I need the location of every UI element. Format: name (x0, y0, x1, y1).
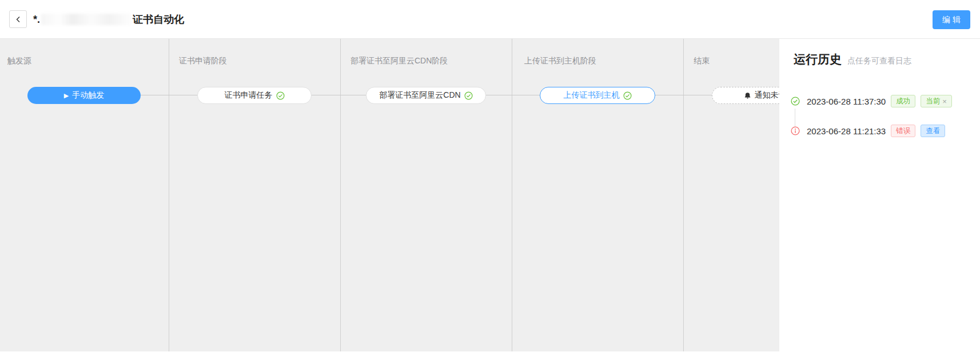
page-header: *. 证书自动化 编 辑 (0, 0, 980, 39)
history-entry: 2023-06-28 11:37:30 成功 当前 × (791, 95, 952, 107)
stage-label-host: 上传证书到主机阶段 (524, 56, 596, 66)
stage-label-end: 结束 (694, 56, 710, 66)
close-icon[interactable]: × (942, 97, 947, 106)
page-title: *. 证书自动化 (33, 12, 184, 27)
success-check-icon (623, 91, 632, 100)
run-history-panel: 运行历史 点任务可查看日志 2023-06-28 11:37:30 成功 当前 … (779, 39, 980, 356)
status-badge-success[interactable]: 成功 (891, 95, 915, 107)
status-badge-label: 错误 (896, 126, 910, 136)
task-node-label: 部署证书至阿里云CDN (379, 90, 460, 101)
current-badge[interactable]: 当前 × (921, 95, 952, 107)
stage-label-trigger: 触发源 (7, 56, 31, 66)
stage-divider (169, 39, 169, 351)
run-timestamp: 2023-06-28 11:37:30 (807, 97, 886, 106)
view-button-label: 查看 (926, 126, 940, 136)
stage-divider (683, 39, 684, 351)
current-badge-label: 当前 (926, 97, 940, 106)
chevron-left-icon (15, 16, 22, 23)
status-badge-error[interactable]: 错误 (891, 125, 915, 137)
stage-divider (512, 39, 512, 351)
panel-title: 运行历史 (794, 51, 842, 67)
bell-icon (744, 92, 751, 99)
view-button[interactable]: 查看 (921, 125, 945, 137)
stage-divider (340, 39, 341, 351)
edit-button[interactable]: 编 辑 (933, 10, 970, 29)
stage-label-cdn: 部署证书至阿里云CDN阶段 (350, 56, 448, 66)
error-circle-icon (791, 126, 800, 135)
back-button[interactable] (9, 10, 27, 28)
status-badge-label: 成功 (896, 97, 910, 106)
panel-header: 运行历史 点任务可查看日志 (794, 51, 911, 67)
history-entry: 2023-06-28 11:21:33 错误 查看 (791, 125, 945, 137)
page-title-suffix: 证书自动化 (133, 13, 184, 26)
certificate-automation-page: *. 证书自动化 编 辑 触发源 证书申请阶段 部署证书至阿里云CDN阶段 上传… (0, 0, 980, 356)
success-check-icon (276, 91, 285, 100)
play-icon: ▶ (64, 93, 69, 99)
page-title-prefix: *. (33, 14, 40, 26)
task-node-manual-trigger[interactable]: ▶ 手动触发 (27, 87, 141, 104)
run-timestamp: 2023-06-28 11:21:33 (807, 126, 886, 136)
task-node-label: 上传证书到主机 (564, 90, 620, 101)
task-node-upload-host[interactable]: 上传证书到主机 (540, 87, 655, 104)
task-node-label: 手动触发 (72, 90, 104, 101)
task-node-label: 证书申请任务 (225, 90, 273, 101)
redacted-domain (41, 14, 132, 25)
success-check-icon (464, 91, 473, 100)
panel-hint: 点任务可查看日志 (847, 56, 911, 66)
task-node-deploy-cdn[interactable]: 部署证书至阿里云CDN (366, 87, 486, 104)
task-node-cert-request[interactable]: 证书申请任务 (197, 87, 312, 104)
success-circle-icon (791, 97, 800, 106)
stage-label-apply: 证书申请阶段 (179, 56, 227, 66)
